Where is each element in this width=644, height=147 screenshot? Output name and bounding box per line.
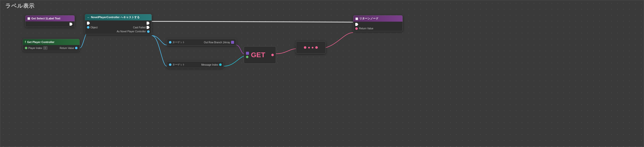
return-value-row: Return Value — [355, 27, 400, 30]
target1-row: ターゲット Out Row Branch 1Array — [169, 41, 234, 44]
return-value-pin — [75, 47, 78, 49]
node-get-player[interactable]: f Get Player Controller Player Index 0 R… — [22, 39, 80, 51]
get-array-in-pin — [246, 52, 249, 55]
exec-out-pin-row — [27, 23, 72, 26]
blueprint-canvas: ラベル表示 ▦ Get Select 1Label Text — [0, 0, 644, 147]
object-pin — [87, 26, 90, 29]
as-novel-pin — [147, 30, 150, 33]
target2-row: ターゲット Message Index — [169, 63, 222, 66]
canvas-title: ラベル表示 — [5, 2, 34, 10]
node-cast[interactable]: ↔ NovelPlayerController へキャストする Object C… — [85, 14, 152, 34]
dots-in-pin — [304, 46, 306, 49]
player-index-value: 0 — [43, 46, 48, 50]
out-row-pin — [231, 41, 234, 44]
grid-icon2: ▦ — [355, 17, 358, 20]
cast-exec-row — [87, 22, 150, 25]
as-novel-row: As Novel Player Controller — [87, 30, 150, 33]
player-index-row: Player Index 0 Return Value — [25, 46, 78, 50]
dots-out-pin — [315, 46, 318, 49]
return-exec-pin — [355, 23, 358, 26]
node-get[interactable]: GET — [244, 46, 276, 64]
node-target2[interactable]: ターゲット Message Index — [167, 61, 224, 68]
node-cast-header: ↔ NovelPlayerController へキャストする — [85, 14, 152, 20]
return-exec-row — [355, 23, 400, 26]
grid-icon: ▦ — [27, 17, 30, 20]
node-dots[interactable]: ● ● — [296, 41, 326, 54]
get-index-in-pin — [246, 56, 248, 58]
target2-in-pin — [169, 63, 172, 66]
cast-object-row: Object Cast Failed — [87, 26, 150, 29]
node-get-player-header: f Get Player Controller — [23, 39, 80, 45]
node-get-select[interactable]: ▦ Get Select 1Label Text — [25, 15, 75, 27]
node-target1[interactable]: ターゲット Out Row Branch 1Array — [167, 39, 236, 46]
cast-failed-pin — [146, 26, 150, 29]
get-label: GET — [251, 52, 265, 58]
node-return[interactable]: ▦ リターンノード Return Value — [353, 15, 403, 31]
message-index-pin — [219, 63, 222, 66]
target1-in-pin — [169, 41, 172, 44]
cast-icon: ↔ — [87, 16, 90, 19]
exec-in-pin — [87, 22, 90, 25]
get-out-pin — [271, 54, 274, 56]
player-index-pin — [25, 47, 27, 49]
node-return-header: ▦ リターンノード — [353, 16, 402, 22]
function-icon: f — [25, 40, 26, 44]
exec-out-pin — [70, 23, 72, 26]
return-value-in-pin — [355, 27, 358, 30]
dots-icon: ● ● — [308, 45, 314, 50]
node-get-select-header: ▦ Get Select 1Label Text — [25, 16, 74, 21]
exec-out-pin — [146, 22, 150, 25]
